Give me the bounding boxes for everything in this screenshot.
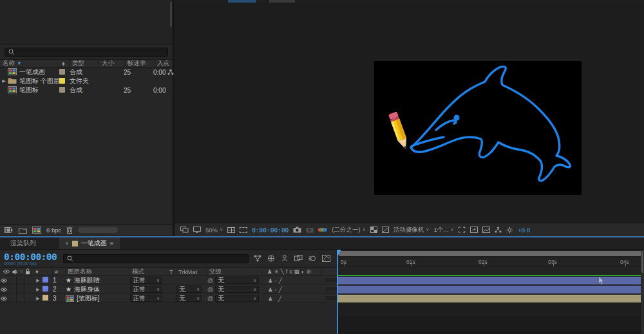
composition-canvas[interactable] (374, 61, 582, 195)
new-folder-icon[interactable] (19, 227, 27, 234)
monitor-icon[interactable] (193, 227, 201, 233)
label-color-chip[interactable] (59, 78, 65, 84)
timeline-vertical-scrollbar[interactable] (641, 250, 644, 334)
mini-flowchart-icon[interactable] (254, 255, 261, 262)
grid-guides-icon[interactable] (227, 227, 235, 233)
close-icon[interactable]: × (65, 240, 69, 247)
column-number[interactable]: # (53, 268, 66, 275)
layer-bar-row[interactable] (337, 294, 644, 303)
view-layout-dropdown[interactable]: 1个...∨ (433, 226, 453, 234)
audio-icon[interactable] (12, 269, 17, 275)
interpret-footage-icon[interactable] (4, 227, 14, 234)
project-preview-scrollbar[interactable] (170, 1, 172, 27)
exposure-value[interactable]: +0.0 (518, 227, 530, 234)
time-ruler[interactable]: 0s 01s 02s 03s 04s (337, 257, 644, 267)
playhead-line[interactable] (337, 250, 338, 334)
timeline-horizontal-scrollbar[interactable] (337, 250, 644, 257)
label-color-chip[interactable] (59, 87, 65, 93)
solo-icon[interactable]: ○ (20, 269, 23, 274)
pickwhip-icon[interactable]: @ (207, 295, 213, 302)
project-item-row[interactable]: ▶ 笔图标 个图层 文件夹 (0, 77, 173, 86)
layer-row[interactable]: ▶ 3 [笔图标] 正常∨ 无∨ @无∨ ♟ ╱ (0, 294, 337, 303)
exposure-gear-icon[interactable] (506, 227, 513, 234)
expander-icon[interactable]: ▶ (33, 287, 43, 292)
layer-label-chip[interactable] (43, 277, 48, 283)
trkmat-dropdown[interactable]: 无∨ (176, 295, 202, 302)
panel-menu-icon[interactable]: ≡ (110, 240, 114, 247)
column-t[interactable]: T (167, 268, 176, 275)
draft-3d-icon[interactable] (267, 255, 275, 262)
eye-icon[interactable] (0, 296, 8, 301)
lock-icon[interactable] (25, 268, 30, 275)
current-time-display[interactable]: 0:00:00:00 00000 (25.00 fps) (4, 252, 58, 266)
parent-dropdown[interactable]: 无∨ (215, 277, 259, 284)
eye-icon[interactable] (0, 287, 8, 292)
pixel-aspect-icon[interactable] (382, 227, 389, 233)
mode-dropdown[interactable]: 正常∨ (130, 277, 162, 284)
column-size[interactable]: 大小 (99, 60, 125, 67)
pickwhip-icon[interactable]: @ (207, 277, 213, 284)
viewer-timecode[interactable]: 0:00:00:00 (252, 227, 289, 234)
viewer-tab-sliver[interactable] (269, 0, 295, 3)
always-preview-icon[interactable] (180, 227, 189, 233)
tab-composition[interactable]: × 一笔成画 ≡ (58, 237, 121, 249)
pickwhip-icon[interactable]: @ (207, 286, 213, 293)
trash-icon[interactable] (66, 227, 73, 234)
layer-label-chip[interactable] (43, 286, 48, 292)
show-channel-icon[interactable] (318, 228, 327, 232)
playhead-marker[interactable] (337, 250, 341, 256)
shy-layers-icon[interactable] (281, 255, 289, 262)
new-composition-icon[interactable] (32, 227, 41, 234)
tab-render-queue[interactable]: 渲染队列 (0, 237, 46, 249)
project-search-input[interactable] (5, 48, 168, 57)
goal-box-icon[interactable] (458, 227, 466, 233)
layer-switches[interactable]: ♟◦╱ (265, 286, 322, 293)
eye-icon[interactable] (0, 278, 8, 283)
layer-bar-row[interactable] (337, 285, 644, 294)
label-color-chip[interactable] (59, 69, 65, 75)
graph-editor-icon[interactable] (322, 255, 330, 262)
column-inpoint[interactable]: 入点 (155, 60, 173, 67)
magnification-dropdown[interactable]: 50%∨ (205, 227, 223, 234)
column-layer-name[interactable]: 图层名称 (66, 268, 130, 275)
trkmat-dropdown[interactable]: 无∨ (176, 286, 202, 293)
project-item-row[interactable]: 笔图标 合成 25 0:00 (0, 86, 173, 95)
parent-dropdown[interactable]: 无∨ (215, 295, 259, 302)
flowchart-icon[interactable] (495, 227, 502, 233)
motion-blur-icon[interactable] (308, 255, 316, 262)
bit-depth-button[interactable]: 8 bpc (46, 227, 61, 234)
pan-behind-icon[interactable] (470, 227, 478, 233)
frame-blending-icon[interactable] (294, 255, 303, 262)
column-mode[interactable]: 模式 (130, 268, 167, 275)
expander-icon[interactable]: ▶ (33, 278, 43, 283)
layer-row[interactable]: ▶ 1 ★海豚眼睛 正常∨ @无∨ ♟◦╱ (0, 276, 337, 285)
footer-scrollbar[interactable] (78, 227, 118, 233)
rendered-frames-indicator (337, 267, 644, 276)
mode-dropdown[interactable]: 正常∨ (130, 286, 162, 293)
eye-icon[interactable] (3, 269, 10, 274)
layer-row[interactable]: ▶ 2 ★海豚身体 正常∨ 无∨ @无∨ ♟◦╱ (0, 285, 337, 294)
mode-dropdown[interactable]: 正常∨ (130, 295, 162, 302)
timeline-preview-icon[interactable] (482, 227, 490, 233)
column-type[interactable]: 类型 (70, 60, 99, 67)
transparency-grid-icon[interactable] (370, 227, 377, 233)
project-item-row[interactable]: 一笔成画 合成 25 0:00 (0, 68, 173, 77)
expander-icon[interactable]: ▶ (33, 296, 43, 301)
layer-switches[interactable]: ♟◦╱ (265, 277, 322, 284)
viewer-tab-active-sliver[interactable] (228, 0, 256, 3)
resolution-dropdown[interactable]: (二分之一)∨ (332, 226, 365, 234)
layer-label-chip[interactable] (43, 295, 48, 301)
expander-icon[interactable]: ▶ (0, 79, 8, 84)
column-trkmat[interactable]: TrkMat (176, 268, 207, 275)
show-snapshot-icon[interactable] (306, 227, 314, 233)
column-parent[interactable]: 父级 (207, 268, 265, 275)
column-name[interactable]: 名称▼ (0, 60, 59, 67)
column-label[interactable]: ♦ (59, 60, 70, 67)
layer-switches[interactable]: ♟ ╱ (265, 295, 322, 302)
timeline-search-input[interactable] (63, 254, 249, 263)
snapshot-camera-icon[interactable] (293, 227, 301, 233)
parent-dropdown[interactable]: 无∨ (215, 286, 259, 293)
camera-view-dropdown[interactable]: 活动摄像机∨ (393, 226, 430, 234)
region-of-interest-icon[interactable] (240, 227, 247, 233)
column-framerate[interactable]: 帧速率 (125, 60, 155, 67)
